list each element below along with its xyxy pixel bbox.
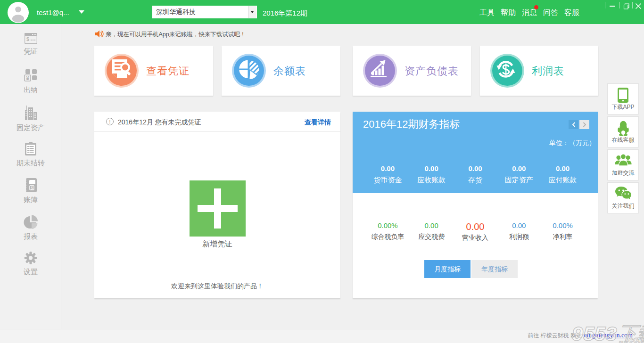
svg-text:$: $ [31,186,33,190]
svg-text:$: $ [26,36,29,42]
svg-text:9553: 9553 [572,322,617,343]
svg-text:¥: ¥ [26,75,29,81]
svg-text:....com: ....com [619,335,644,343]
